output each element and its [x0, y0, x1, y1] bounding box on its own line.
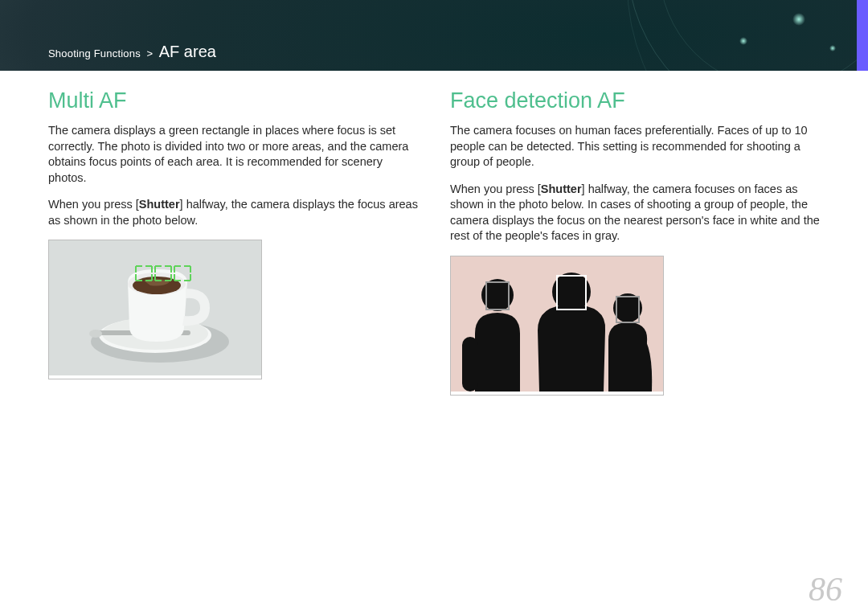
paragraph: When you press [Shutter] halfway, the ca… [450, 182, 820, 244]
decor-swirl [627, 0, 868, 71]
decor-dot [792, 13, 805, 26]
paragraph: The camera displays a green rectangle in… [48, 123, 418, 186]
side-tab [857, 0, 868, 71]
svg-point-12 [613, 293, 642, 322]
figure-face-detection [450, 256, 664, 396]
chevron-right-icon: > [147, 47, 154, 59]
text: When you press [ [450, 182, 541, 195]
breadcrumb: Shooting Functions > AF area [48, 43, 216, 61]
svg-rect-10 [462, 337, 478, 392]
heading-multi-af: Multi AF [48, 88, 418, 113]
breadcrumb-title: AF area [159, 43, 216, 60]
people-silhouette-illustration [451, 256, 663, 392]
column-face-detection-af: Face detection AF The camera focuses on … [450, 88, 820, 583]
svg-point-11 [552, 273, 591, 311]
header-banner: Shooting Functions > AF area [0, 0, 868, 71]
coffee-cup-illustration [49, 240, 261, 375]
page-number: 86 [809, 570, 842, 609]
page: Shooting Functions > AF area Multi AF Th… [0, 0, 868, 615]
decor-dot [829, 45, 836, 51]
svg-point-5 [89, 330, 102, 338]
shutter-key-label: Shutter [139, 198, 180, 211]
shutter-key-label: Shutter [541, 182, 582, 195]
decor-dot [739, 37, 747, 45]
figure-multi-af [48, 240, 262, 379]
heading-face-detection-af: Face detection AF [450, 88, 820, 113]
paragraph: When you press [Shutter] halfway, the ca… [48, 197, 418, 228]
breadcrumb-section: Shooting Functions [48, 47, 141, 59]
text: When you press [ [48, 198, 139, 211]
paragraph: The camera focuses on human faces prefer… [450, 123, 820, 170]
content: Multi AF The camera displays a green rec… [48, 88, 820, 583]
column-multi-af: Multi AF The camera displays a green rec… [48, 88, 418, 583]
